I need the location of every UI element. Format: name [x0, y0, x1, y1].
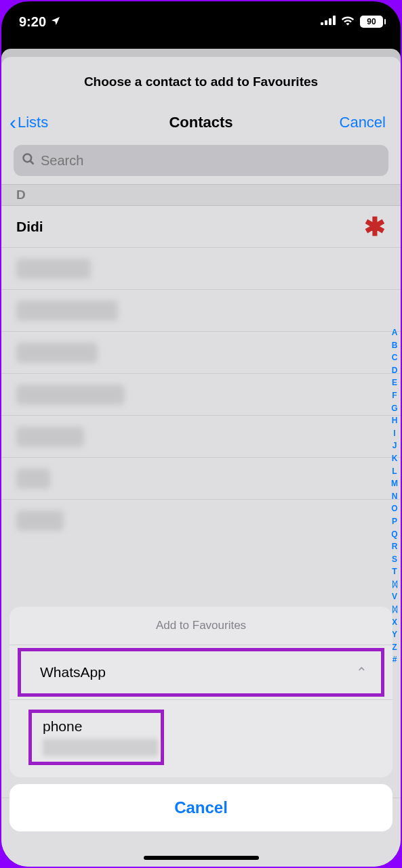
svg-rect-1 [325, 20, 327, 25]
section-header: D [1, 184, 401, 206]
svg-rect-0 [321, 22, 323, 25]
contact-row[interactable] [1, 248, 401, 290]
nav-title: Contacts [169, 114, 233, 131]
svg-point-4 [24, 154, 32, 162]
svg-line-5 [31, 161, 34, 165]
sheet-title: Choose a contact to add to Favourites [1, 57, 401, 107]
contact-row[interactable] [1, 290, 401, 332]
phone-label: phone [40, 718, 82, 735]
chevron-left-icon: ‹ [9, 112, 16, 133]
whatsapp-option[interactable]: WhatsApp ⌃ [21, 651, 381, 693]
contact-row-didi[interactable]: Didi ✱ [1, 206, 401, 248]
svg-rect-3 [333, 16, 336, 25]
contact-row[interactable] [1, 458, 401, 500]
search-icon [22, 152, 35, 169]
contact-name: Didi [16, 219, 43, 235]
search-bar[interactable] [14, 145, 388, 176]
cellular-icon [321, 16, 336, 28]
back-button[interactable]: ‹ Lists [9, 112, 48, 133]
status-time: 9:20 [19, 14, 46, 30]
action-sheet: Add to Favourites WhatsApp ⌃ phone [9, 607, 393, 777]
whatsapp-label: WhatsApp [40, 664, 106, 680]
home-indicator[interactable] [144, 856, 259, 860]
cancel-nav-button[interactable]: Cancel [340, 114, 386, 131]
back-label: Lists [18, 114, 48, 131]
status-bar: 9:20 90 [1, 1, 401, 42]
phone-number-blurred [43, 739, 158, 756]
action-title: Add to Favourites [9, 607, 393, 645]
contact-row[interactable] [1, 374, 401, 416]
battery-icon: 90 [360, 16, 383, 28]
contact-row[interactable] [1, 500, 401, 542]
phone-option[interactable]: phone [28, 710, 164, 765]
svg-rect-2 [329, 18, 331, 25]
chevron-up-icon: ⌃ [356, 664, 367, 680]
contact-row[interactable] [1, 332, 401, 374]
wifi-icon [341, 15, 355, 28]
location-icon [50, 14, 61, 30]
search-input[interactable] [41, 153, 380, 169]
emergency-icon: ✱ [364, 212, 386, 242]
action-cancel-button[interactable]: Cancel [9, 784, 393, 831]
contact-row[interactable] [1, 416, 401, 458]
